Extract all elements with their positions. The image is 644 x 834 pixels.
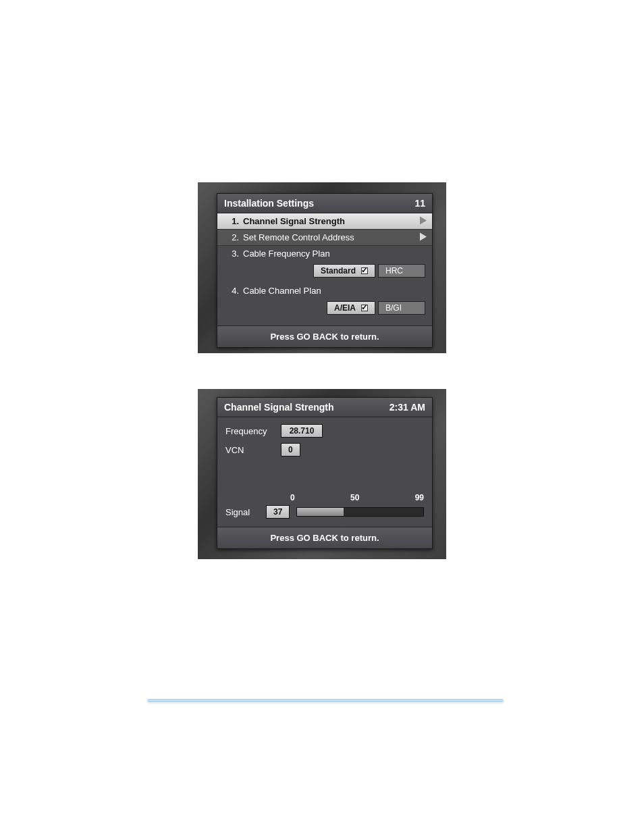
signal-bar-fill — [297, 508, 344, 516]
menu-body: 1. Channel Signal Strength 2. Set Remote… — [217, 213, 432, 324]
panel-title: Channel Signal Strength — [224, 402, 334, 413]
option-standard[interactable]: Standard — [313, 264, 375, 278]
scale-max: 99 — [415, 493, 424, 502]
panel-body: Frequency 28.710 VCN 0 — [217, 417, 432, 493]
signal-value: 37 — [266, 505, 290, 519]
menu-item-number: 4. — [224, 286, 239, 296]
svg-marker-0 — [420, 216, 427, 224]
frequency-field: Frequency 28.710 — [217, 421, 432, 440]
option-a-eia[interactable]: A/EIA — [327, 301, 375, 315]
frequency-label: Frequency — [225, 426, 273, 436]
option-b-gi[interactable]: B/GI — [378, 301, 425, 315]
panel-titlebar: Installation Settings 11 — [217, 194, 432, 213]
chevron-right-icon — [419, 215, 428, 227]
menu-item-number: 2. — [224, 232, 239, 242]
menu-item-label: Cable Channel Plan — [243, 286, 321, 296]
scale-mid: 50 — [350, 493, 359, 502]
option-label: HRC — [385, 266, 403, 276]
option-label: Standard — [321, 266, 356, 276]
option-hrc[interactable]: HRC — [378, 264, 425, 278]
installation-settings-screenshot: Installation Settings 11 1. Channel Sign… — [198, 182, 446, 353]
vcn-field: VCN 0 — [217, 440, 432, 459]
page-divider — [147, 699, 504, 702]
menu-item-label: Channel Signal Strength — [243, 216, 345, 226]
panel-time: 2:31 AM — [390, 402, 425, 413]
menu-item-cable-channel-plan[interactable]: 4. Cable Channel Plan — [217, 283, 432, 298]
menu-item-number: 3. — [224, 249, 239, 259]
installation-settings-panel: Installation Settings 11 1. Channel Sign… — [217, 193, 433, 348]
chevron-right-icon — [419, 232, 428, 243]
panel-footer: Press GO BACK to return. — [217, 527, 432, 548]
menu-item-label: Cable Frequency Plan — [243, 249, 330, 259]
vcn-value[interactable]: 0 — [281, 443, 300, 457]
check-icon — [361, 267, 368, 274]
option-label: A/EIA — [334, 303, 356, 313]
vcn-label: VCN — [225, 445, 273, 455]
check-icon — [361, 305, 368, 311]
signal-row: Signal 37 — [217, 504, 432, 525]
panel-chapter: 11 — [414, 198, 425, 209]
panel-footer: Press GO BACK to return. — [217, 325, 432, 347]
menu-item-number: 1. — [224, 216, 239, 226]
cable-channel-options: A/EIA B/GI — [217, 298, 432, 320]
cable-frequency-options: Standard HRC — [217, 261, 432, 283]
channel-signal-strength-panel: Channel Signal Strength 2:31 AM Frequenc… — [217, 397, 433, 549]
svg-marker-1 — [420, 232, 427, 240]
panel-titlebar: Channel Signal Strength 2:31 AM — [217, 398, 432, 417]
frequency-value[interactable]: 28.710 — [281, 424, 323, 438]
menu-item-channel-signal-strength[interactable]: 1. Channel Signal Strength — [217, 213, 432, 229]
signal-bar — [296, 507, 424, 517]
menu-item-set-remote-control-address[interactable]: 2. Set Remote Control Address — [217, 229, 432, 246]
channel-signal-strength-screenshot: Channel Signal Strength 2:31 AM Frequenc… — [198, 389, 446, 559]
scale-min: 0 — [290, 493, 295, 502]
signal-label: Signal — [225, 507, 259, 517]
panel-title: Installation Settings — [224, 198, 314, 209]
option-label: B/GI — [385, 303, 402, 313]
menu-item-label: Set Remote Control Address — [243, 232, 354, 242]
menu-item-cable-frequency-plan[interactable]: 3. Cable Frequency Plan — [217, 246, 432, 261]
signal-scale: 0 50 99 — [217, 493, 432, 504]
